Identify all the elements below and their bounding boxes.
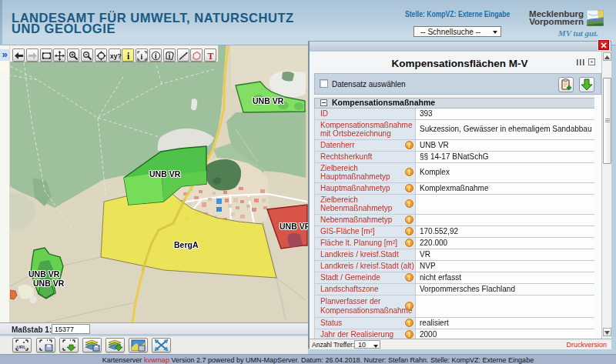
svg-text:UNB VR: UNB VR [280, 222, 308, 231]
svg-text:i: i [155, 52, 157, 60]
svg-text:i: i [127, 51, 130, 61]
svg-text:UNB VR: UNB VR [149, 169, 181, 179]
svg-text:i: i [141, 52, 143, 61]
svg-text:UNB VR: UNB VR [253, 96, 284, 105]
svg-text:URL: URL [17, 345, 27, 349]
svg-text:xy?: xy? [110, 52, 122, 60]
svg-text:UNB VR: UNB VR [28, 269, 60, 279]
svg-text:BergA: BergA [174, 240, 199, 249]
svg-text:UNB VR: UNB VR [33, 279, 65, 288]
svg-text:T: T [208, 51, 214, 61]
svg-text:i: i [169, 52, 171, 60]
